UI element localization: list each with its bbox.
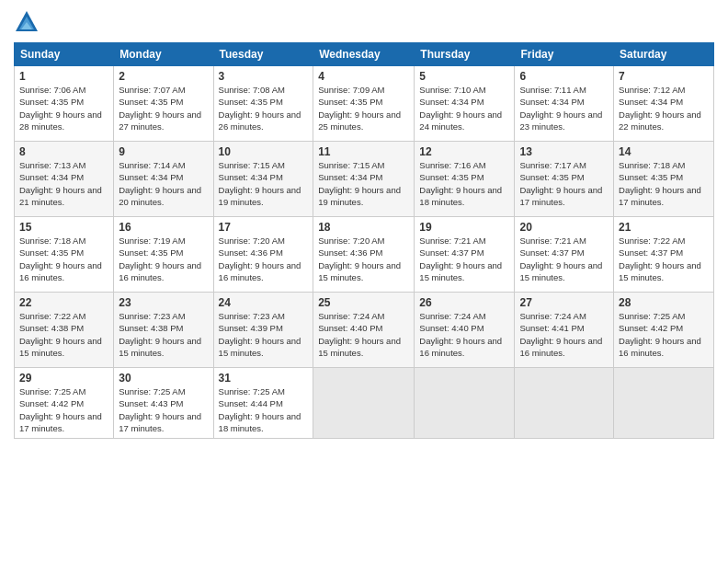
day-number: 9 bbox=[119, 145, 208, 158]
day-cell: 14Sunrise: 7:18 AMSunset: 4:35 PMDayligh… bbox=[614, 142, 714, 217]
day-number: 11 bbox=[318, 145, 409, 158]
day-info: Sunrise: 7:17 AMSunset: 4:35 PMDaylight:… bbox=[519, 159, 609, 208]
day-cell: 17Sunrise: 7:20 AMSunset: 4:36 PMDayligh… bbox=[213, 217, 313, 293]
day-cell: 18Sunrise: 7:20 AMSunset: 4:36 PMDayligh… bbox=[313, 217, 415, 293]
day-info: Sunrise: 7:25 AMSunset: 4:44 PMDaylight:… bbox=[219, 385, 309, 434]
day-info: Sunrise: 7:09 AMSunset: 4:35 PMDaylight:… bbox=[318, 84, 409, 132]
col-header-monday: Monday bbox=[114, 43, 213, 66]
day-number: 23 bbox=[119, 296, 208, 309]
day-number: 8 bbox=[19, 145, 108, 158]
col-header-wednesday: Wednesday bbox=[313, 43, 415, 66]
day-info: Sunrise: 7:22 AMSunset: 4:37 PMDaylight:… bbox=[619, 235, 709, 283]
week-row-4: 22Sunrise: 7:22 AMSunset: 4:38 PMDayligh… bbox=[15, 293, 714, 368]
day-cell: 24Sunrise: 7:23 AMSunset: 4:39 PMDayligh… bbox=[213, 293, 313, 368]
day-cell: 21Sunrise: 7:22 AMSunset: 4:37 PMDayligh… bbox=[614, 217, 714, 293]
day-number: 17 bbox=[219, 221, 309, 234]
day-info: Sunrise: 7:22 AMSunset: 4:38 PMDaylight:… bbox=[19, 310, 108, 359]
day-info: Sunrise: 7:21 AMSunset: 4:37 PMDaylight:… bbox=[419, 235, 509, 283]
day-info: Sunrise: 7:08 AMSunset: 4:35 PMDaylight:… bbox=[219, 84, 309, 132]
day-cell bbox=[415, 368, 515, 439]
day-cell: 19Sunrise: 7:21 AMSunset: 4:37 PMDayligh… bbox=[415, 217, 515, 293]
calendar-header-row: SundayMondayTuesdayWednesdayThursdayFrid… bbox=[15, 43, 714, 66]
day-info: Sunrise: 7:13 AMSunset: 4:34 PMDaylight:… bbox=[19, 159, 108, 208]
day-cell: 20Sunrise: 7:21 AMSunset: 4:37 PMDayligh… bbox=[515, 217, 614, 293]
day-number: 30 bbox=[119, 372, 208, 385]
day-info: Sunrise: 7:21 AMSunset: 4:37 PMDaylight:… bbox=[519, 235, 609, 283]
day-cell: 15Sunrise: 7:18 AMSunset: 4:35 PMDayligh… bbox=[15, 217, 114, 293]
day-info: Sunrise: 7:18 AMSunset: 4:35 PMDaylight:… bbox=[619, 159, 709, 208]
day-info: Sunrise: 7:06 AMSunset: 4:35 PMDaylight:… bbox=[19, 84, 108, 132]
week-row-2: 8Sunrise: 7:13 AMSunset: 4:34 PMDaylight… bbox=[15, 142, 714, 217]
day-cell: 2Sunrise: 7:07 AMSunset: 4:35 PMDaylight… bbox=[114, 66, 213, 142]
day-number: 3 bbox=[219, 70, 309, 83]
day-info: Sunrise: 7:25 AMSunset: 4:42 PMDaylight:… bbox=[19, 385, 108, 434]
day-number: 25 bbox=[318, 296, 409, 309]
day-cell: 3Sunrise: 7:08 AMSunset: 4:35 PMDaylight… bbox=[213, 66, 313, 142]
day-info: Sunrise: 7:11 AMSunset: 4:34 PMDaylight:… bbox=[519, 84, 609, 132]
day-info: Sunrise: 7:07 AMSunset: 4:35 PMDaylight:… bbox=[119, 84, 208, 132]
day-info: Sunrise: 7:18 AMSunset: 4:35 PMDaylight:… bbox=[19, 235, 108, 283]
day-cell bbox=[515, 368, 614, 439]
logo-icon bbox=[14, 9, 40, 35]
day-cell: 11Sunrise: 7:15 AMSunset: 4:34 PMDayligh… bbox=[313, 142, 415, 217]
day-cell: 1Sunrise: 7:06 AMSunset: 4:35 PMDaylight… bbox=[15, 66, 114, 142]
day-info: Sunrise: 7:19 AMSunset: 4:35 PMDaylight:… bbox=[119, 235, 208, 283]
day-number: 12 bbox=[419, 145, 509, 158]
day-info: Sunrise: 7:23 AMSunset: 4:39 PMDaylight:… bbox=[219, 310, 309, 359]
day-number: 20 bbox=[519, 221, 609, 234]
day-info: Sunrise: 7:25 AMSunset: 4:43 PMDaylight:… bbox=[119, 385, 208, 434]
day-cell bbox=[313, 368, 415, 439]
col-header-friday: Friday bbox=[515, 43, 614, 66]
day-number: 13 bbox=[519, 145, 609, 158]
day-number: 24 bbox=[219, 296, 309, 309]
day-info: Sunrise: 7:14 AMSunset: 4:34 PMDaylight:… bbox=[119, 159, 208, 208]
day-info: Sunrise: 7:12 AMSunset: 4:34 PMDaylight:… bbox=[619, 84, 709, 132]
day-info: Sunrise: 7:10 AMSunset: 4:34 PMDaylight:… bbox=[419, 84, 509, 132]
week-row-3: 15Sunrise: 7:18 AMSunset: 4:35 PMDayligh… bbox=[15, 217, 714, 293]
week-row-5: 29Sunrise: 7:25 AMSunset: 4:42 PMDayligh… bbox=[15, 368, 714, 439]
day-cell: 9Sunrise: 7:14 AMSunset: 4:34 PMDaylight… bbox=[114, 142, 213, 217]
day-number: 6 bbox=[519, 70, 609, 83]
day-info: Sunrise: 7:23 AMSunset: 4:38 PMDaylight:… bbox=[119, 310, 208, 359]
day-info: Sunrise: 7:20 AMSunset: 4:36 PMDaylight:… bbox=[219, 235, 309, 283]
day-number: 22 bbox=[19, 296, 108, 309]
day-cell: 22Sunrise: 7:22 AMSunset: 4:38 PMDayligh… bbox=[15, 293, 114, 368]
day-cell: 26Sunrise: 7:24 AMSunset: 4:40 PMDayligh… bbox=[415, 293, 515, 368]
day-info: Sunrise: 7:25 AMSunset: 4:42 PMDaylight:… bbox=[619, 310, 709, 359]
day-cell: 31Sunrise: 7:25 AMSunset: 4:44 PMDayligh… bbox=[213, 368, 313, 439]
col-header-saturday: Saturday bbox=[614, 43, 714, 66]
day-info: Sunrise: 7:24 AMSunset: 4:40 PMDaylight:… bbox=[419, 310, 509, 359]
week-row-1: 1Sunrise: 7:06 AMSunset: 4:35 PMDaylight… bbox=[15, 66, 714, 142]
day-cell: 12Sunrise: 7:16 AMSunset: 4:35 PMDayligh… bbox=[415, 142, 515, 217]
day-cell: 5Sunrise: 7:10 AMSunset: 4:34 PMDaylight… bbox=[415, 66, 515, 142]
day-number: 10 bbox=[219, 145, 309, 158]
day-cell: 13Sunrise: 7:17 AMSunset: 4:35 PMDayligh… bbox=[515, 142, 614, 217]
day-number: 29 bbox=[19, 372, 108, 385]
day-cell: 16Sunrise: 7:19 AMSunset: 4:35 PMDayligh… bbox=[114, 217, 213, 293]
calendar: SundayMondayTuesdayWednesdayThursdayFrid… bbox=[14, 42, 714, 439]
day-cell: 6Sunrise: 7:11 AMSunset: 4:34 PMDaylight… bbox=[515, 66, 614, 142]
day-info: Sunrise: 7:16 AMSunset: 4:35 PMDaylight:… bbox=[419, 159, 509, 208]
day-cell: 10Sunrise: 7:15 AMSunset: 4:34 PMDayligh… bbox=[213, 142, 313, 217]
header bbox=[14, 9, 714, 35]
col-header-sunday: Sunday bbox=[15, 43, 114, 66]
day-number: 31 bbox=[219, 372, 309, 385]
day-cell: 25Sunrise: 7:24 AMSunset: 4:40 PMDayligh… bbox=[313, 293, 415, 368]
day-cell: 27Sunrise: 7:24 AMSunset: 4:41 PMDayligh… bbox=[515, 293, 614, 368]
day-number: 28 bbox=[619, 296, 709, 309]
day-number: 2 bbox=[119, 70, 208, 83]
day-cell: 7Sunrise: 7:12 AMSunset: 4:34 PMDaylight… bbox=[614, 66, 714, 142]
page: SundayMondayTuesdayWednesdayThursdayFrid… bbox=[0, 0, 728, 563]
col-header-tuesday: Tuesday bbox=[213, 43, 313, 66]
day-cell: 30Sunrise: 7:25 AMSunset: 4:43 PMDayligh… bbox=[114, 368, 213, 439]
day-number: 5 bbox=[419, 70, 509, 83]
day-number: 21 bbox=[619, 221, 709, 234]
day-cell: 8Sunrise: 7:13 AMSunset: 4:34 PMDaylight… bbox=[15, 142, 114, 217]
day-number: 1 bbox=[19, 70, 108, 83]
logo bbox=[14, 13, 41, 35]
day-number: 26 bbox=[419, 296, 509, 309]
day-info: Sunrise: 7:15 AMSunset: 4:34 PMDaylight:… bbox=[219, 159, 309, 208]
day-cell: 23Sunrise: 7:23 AMSunset: 4:38 PMDayligh… bbox=[114, 293, 213, 368]
day-info: Sunrise: 7:20 AMSunset: 4:36 PMDaylight:… bbox=[318, 235, 409, 283]
day-info: Sunrise: 7:24 AMSunset: 4:40 PMDaylight:… bbox=[318, 310, 409, 359]
